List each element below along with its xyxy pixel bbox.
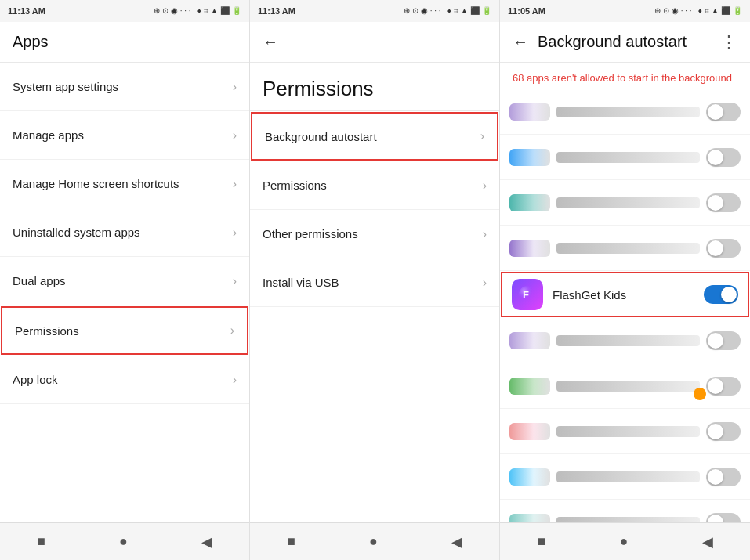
chevron-icon: › — [230, 323, 234, 338]
uninstalled-label: Uninstalled system apps — [13, 226, 233, 239]
chevron-icon: › — [483, 227, 487, 241]
app-toggle[interactable] — [706, 148, 741, 167]
mid-item-background-autostart[interactable]: Background autostart › — [251, 112, 498, 161]
circle-nav-icon[interactable]: ● — [619, 533, 628, 550]
mid-time: 11:13 AM — [258, 6, 295, 16]
right-subtitle: 68 apps aren't allowed to start in the b… — [513, 72, 732, 84]
more-options-icon[interactable]: ⋮ — [720, 32, 737, 52]
app-toggle[interactable] — [706, 513, 741, 523]
sidebar-item-system-app-settings[interactable]: System app settings › — [0, 63, 249, 111]
mid-item-install-via-usb[interactable]: Install via USB › — [250, 258, 499, 307]
app-toggle[interactable] — [706, 377, 741, 396]
square-nav-icon[interactable]: ■ — [537, 533, 545, 550]
app-icon-blob — [509, 423, 550, 440]
right-subtitle-bar: 68 apps aren't allowed to start in the b… — [500, 63, 750, 89]
sidebar-item-dual-apps[interactable]: Dual apps › — [0, 257, 249, 305]
mid-item-other-permissions[interactable]: Other permissions › — [250, 210, 499, 258]
square-nav-icon[interactable]: ■ — [37, 533, 45, 550]
app-toggle[interactable] — [706, 468, 741, 486]
left-status-icons: ⊕ ⊙ ◉ · · · ♦ ⌗ ▲ ⬛ 🔋 — [154, 6, 241, 16]
right-back-icon[interactable]: ← — [513, 33, 528, 51]
chevron-icon: › — [233, 226, 237, 240]
app-toggle[interactable] — [706, 422, 741, 441]
mid-top-bar: ← — [250, 22, 499, 63]
right-time: 11:05 AM — [508, 6, 545, 16]
sidebar-item-uninstalled-system-apps[interactable]: Uninstalled system apps › — [0, 208, 249, 257]
app-name-placeholder — [556, 107, 700, 117]
chevron-icon: › — [233, 128, 237, 143]
app-list-item — [500, 409, 750, 454]
flashget-kids-item: F FlashGet Kids — [501, 272, 749, 317]
mid-item-permissions[interactable]: Permissions › — [250, 161, 499, 210]
mid-menu-list: Background autostart › Permissions › Oth… — [250, 111, 499, 522]
circle-nav-icon[interactable]: ● — [119, 533, 128, 550]
right-app-list: F FlashGet Kids — [500, 89, 750, 522]
app-list-item — [500, 454, 750, 500]
left-time: 11:13 AM — [8, 6, 45, 16]
manage-home-screen-label: Manage Home screen shortcuts — [13, 177, 233, 190]
app-name-placeholder — [556, 197, 700, 208]
back-nav-icon[interactable]: ◀ — [702, 533, 713, 551]
app-list-item — [500, 180, 750, 226]
app-toggle[interactable] — [706, 103, 741, 121]
right-bottom-nav: ■ ● ◀ — [500, 522, 750, 560]
dual-apps-label: Dual apps — [13, 274, 233, 287]
flashget-kids-name: FlashGet Kids — [553, 288, 704, 302]
left-panel-title: Apps — [13, 33, 237, 51]
chevron-icon: › — [483, 276, 487, 290]
chevron-icon: › — [233, 274, 237, 288]
permissions-label: Permissions — [15, 324, 230, 338]
app-name-placeholder — [556, 335, 700, 346]
sidebar-item-manage-apps[interactable]: Manage apps › — [0, 111, 249, 160]
app-name-placeholder — [556, 381, 700, 392]
other-permissions-label: Other permissions — [263, 227, 483, 240]
app-toggle[interactable] — [706, 331, 741, 350]
square-nav-icon[interactable]: ■ — [287, 533, 295, 550]
back-nav-icon[interactable]: ◀ — [201, 533, 212, 551]
flashget-kids-icon: F — [512, 279, 543, 310]
app-icon-blob — [509, 240, 550, 257]
mid-page-title-bar: Permissions — [250, 63, 499, 111]
app-list-item — [500, 500, 750, 522]
left-top-bar: Apps — [0, 22, 249, 63]
left-panel: 11:13 AM ⊕ ⊙ ◉ · · · ♦ ⌗ ▲ ⬛ 🔋 Apps Syst… — [0, 0, 250, 560]
install-via-usb-label: Install via USB — [263, 276, 483, 289]
chevron-icon: › — [233, 373, 237, 387]
chevron-icon: › — [233, 80, 237, 94]
mid-page-title: Permissions — [263, 77, 374, 100]
right-status-icons: ⊕ ⊙ ◉ · · · ♦ ⌗ ▲ ⬛ 🔋 — [654, 6, 742, 16]
app-list-item — [500, 318, 750, 363]
flashget-toggle[interactable] — [704, 285, 738, 304]
app-name-placeholder — [556, 152, 700, 163]
sidebar-item-manage-home-screen[interactable]: Manage Home screen shortcuts › — [0, 160, 249, 208]
app-name-placeholder — [556, 471, 700, 482]
app-lock-label: App lock — [13, 373, 233, 386]
left-status-bar: 11:13 AM ⊕ ⊙ ◉ · · · ♦ ⌗ ▲ ⬛ 🔋 — [0, 0, 249, 22]
mid-status-bar: 11:13 AM ⊕ ⊙ ◉ · · · ♦ ⌗ ▲ ⬛ 🔋 — [250, 0, 499, 22]
app-toggle[interactable] — [706, 193, 741, 212]
circle-nav-icon[interactable]: ● — [369, 533, 378, 550]
sidebar-item-app-lock[interactable]: App lock › — [0, 356, 249, 404]
chevron-icon: › — [480, 129, 484, 143]
right-top-bar: ← Background autostart ⋮ — [500, 22, 750, 63]
left-bottom-nav: ■ ● ◀ — [0, 522, 249, 560]
system-app-settings-label: System app settings — [13, 80, 233, 93]
app-icon-blob — [509, 332, 550, 349]
back-icon[interactable]: ← — [263, 33, 278, 51]
background-autostart-label: Background autostart — [265, 130, 480, 143]
left-menu-list: System app settings › Manage apps › Mana… — [0, 63, 249, 522]
mid-panel: 11:13 AM ⊕ ⊙ ◉ · · · ♦ ⌗ ▲ ⬛ 🔋 ← Permiss… — [250, 0, 500, 560]
app-icon-blob — [509, 378, 550, 395]
app-name-placeholder — [556, 517, 700, 523]
sidebar-item-permissions[interactable]: Permissions › — [1, 306, 248, 355]
chevron-icon: › — [483, 179, 487, 193]
back-nav-icon[interactable]: ◀ — [451, 533, 462, 551]
app-name-placeholder — [556, 243, 700, 254]
right-status-bar: 11:05 AM ⊕ ⊙ ◉ · · · ♦ ⌗ ▲ ⬛ 🔋 — [500, 0, 750, 22]
app-list-item — [500, 135, 750, 180]
app-list-item — [500, 363, 750, 409]
app-name-placeholder — [556, 426, 700, 437]
chevron-icon: › — [233, 177, 237, 191]
right-panel-title: Background autostart — [538, 33, 720, 51]
app-toggle[interactable] — [706, 239, 741, 258]
